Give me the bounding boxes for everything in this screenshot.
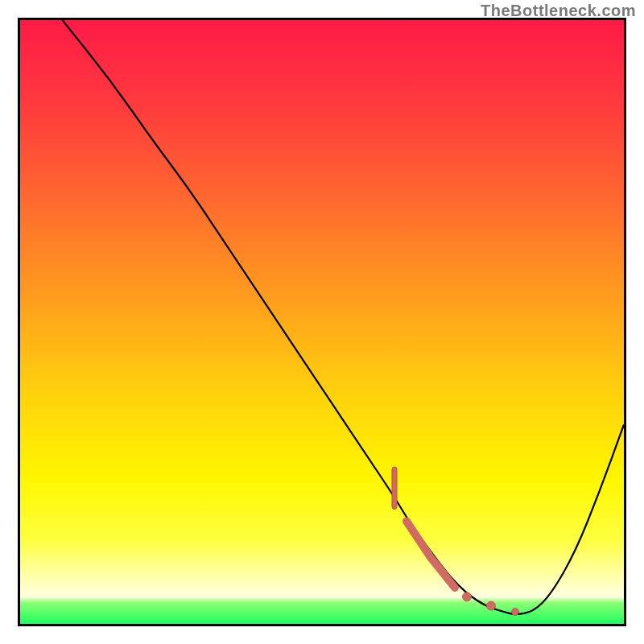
watermark-text: TheBottleneck.com <box>481 2 636 20</box>
chart-container: TheBottleneck.com <box>0 0 644 644</box>
svg-rect-1 <box>392 467 397 510</box>
svg-point-3 <box>487 601 496 610</box>
svg-point-4 <box>512 609 519 616</box>
svg-point-2 <box>463 592 472 601</box>
plot-area <box>20 20 624 624</box>
plot-frame <box>18 18 626 626</box>
highlighted-range-marks <box>20 20 624 624</box>
